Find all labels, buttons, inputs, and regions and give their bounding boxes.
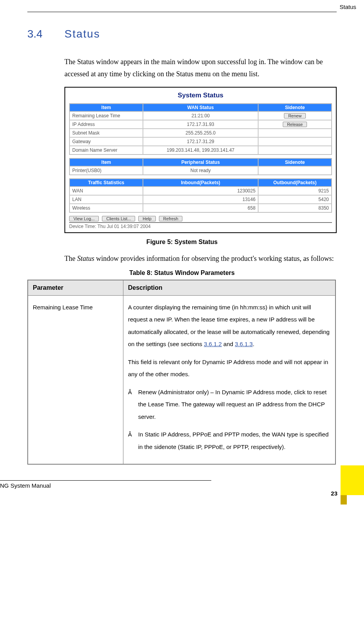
cell-item: LAN [70,195,143,204]
cell-sidenote [258,146,332,154]
after-fig-pre: The [64,255,77,262]
peripheral-status-table: Item Peripheral Status Sidenote Printer(… [69,158,332,175]
cell-value: 172.17.31.29 [143,137,258,146]
p1-mid: and [222,341,235,347]
view-log-button[interactable]: View Log... [69,216,99,221]
table-row: LAN 13146 5420 [70,195,332,204]
param-description: A counter displaying the remaining time … [123,295,335,464]
cell-item: WAN [70,187,143,195]
p1-end: . [253,341,254,347]
periph-th-sidenote: Sidenote [258,158,332,166]
cell-in: 658 [143,204,258,212]
traffic-statistics-table: Traffic Statistics Inbound(Packets) Outb… [69,178,332,213]
table-caption: Table 8: Status Window Parameters [27,269,337,276]
table-row: Gateway 172.17.31.29 [70,137,332,146]
bullet-symbol: Â [128,428,138,453]
table-row: WAN 1230025 9215 [70,187,332,195]
intro-text: The Status window appears in the main wi… [64,56,337,80]
wan-th-status: WAN Status [143,104,258,111]
table-row: Domain Name Server 199.203.141.48, 199.2… [70,146,332,154]
cell-sidenote: Renew [258,111,332,120]
cell-sidenote [258,166,332,175]
after-fig-em: Status [77,255,94,262]
desc-p1: A counter displaying the remaining time … [128,301,330,350]
cell-value: 255.255.255.0 [143,129,258,137]
header-rule: Status [27,12,337,12]
cell-item: Gateway [70,137,143,146]
cell-out: 8350 [258,204,332,212]
cell-value: 199.203.141.48, 199.203.141.47 [143,146,258,154]
section-heading: 3.4 Status [27,28,337,40]
wan-th-item: Item [70,104,143,111]
corner-decoration-inner [341,495,347,505]
param-name: Remaining Lease Time [28,295,123,464]
cell-item: Remaining Lease Time [70,111,143,120]
cell-sidenote: Release [258,120,332,129]
section-title: Status [64,28,100,40]
table-row: IP Address 172.17.31.93 Release [70,120,332,129]
figure-caption: Figure 5: System Status [27,239,337,246]
table-row: Subnet Mask 255.255.255.0 [70,129,332,137]
bullet-text: Renew (Administrator only) – In Dynamic … [138,386,330,423]
cell-value: 172.17.31.93 [143,120,258,129]
help-button[interactable]: Help [138,216,156,221]
cell-out: 9215 [258,187,332,195]
cell-value: Not ready [143,166,258,175]
page-footer: NG System Manual 23 [0,480,364,505]
clients-list-button[interactable]: Clients List... [102,216,135,221]
corner-decoration [341,465,364,505]
cell-item: Domain Name Server [70,146,143,154]
system-status-screenshot: System Status Item WAN Status Sidenote R… [64,87,337,233]
footer-manual: NG System Manual [0,482,364,489]
bullet-symbol: Â [128,386,138,423]
table-row: Wireless 658 8350 [70,204,332,212]
cell-item: Subnet Mask [70,129,143,137]
after-fig-post: window provides information for observin… [95,255,334,262]
wan-th-sidenote: Sidenote [258,104,332,111]
status-parameters-table: Parameter Description Remaining Lease Ti… [27,280,336,465]
traffic-th-in: Inbound(Packets) [143,179,258,187]
param-th-parameter: Parameter [28,280,123,296]
sys-status-title: System Status [69,92,332,99]
cell-in: 1230025 [143,187,258,195]
refresh-button[interactable]: Refresh [159,216,183,221]
device-time: Device Time: Thu Jul 01 14:39:07 2004 [69,222,332,229]
cell-item: Wireless [70,204,143,212]
cell-sidenote [258,137,332,146]
periph-th-item: Item [70,158,143,166]
wan-status-table: Item WAN Status Sidenote Remaining Lease… [69,103,332,155]
page-header-label: Status [339,4,356,10]
desc-p2: This field is relevant only for Dynamic … [128,356,330,381]
cell-out: 5420 [258,195,332,204]
table-row: Remaining Lease Time 21:21:00 Renew [70,111,332,120]
renew-button[interactable]: Renew [284,113,306,118]
table-row: Printer(USB0) Not ready [70,166,332,175]
bullet-text: In Static IP Address, PPPoE and PPTP mod… [138,428,330,453]
xref-link[interactable]: 3.6.1.2 [204,341,222,347]
page-number: 23 [331,490,337,497]
footer-rule [0,480,211,481]
table-row: Remaining Lease Time A counter displayin… [28,295,335,464]
xref-link[interactable]: 3.6.1.3 [235,341,253,347]
list-item: Â In Static IP Address, PPPoE and PPTP m… [128,428,330,453]
traffic-th-stats: Traffic Statistics [70,179,143,187]
cell-sidenote [258,129,332,137]
section-number: 3.4 [27,28,64,40]
release-button[interactable]: Release [283,122,307,127]
screenshot-button-row: View Log... Clients List... Help Refresh [69,216,332,221]
traffic-th-out: Outbound(Packets) [258,179,332,187]
cell-value: 21:21:00 [143,111,258,120]
cell-item: IP Address [70,120,143,129]
list-item: Â Renew (Administrator only) – In Dynami… [128,386,330,423]
periph-th-status: Peripheral Status [143,158,258,166]
after-figure-text: The Status window provides information f… [64,253,337,265]
corner-decoration-cut [347,495,364,505]
cell-in: 13146 [143,195,258,204]
param-th-description: Description [123,280,335,296]
cell-item: Printer(USB0) [70,166,143,175]
